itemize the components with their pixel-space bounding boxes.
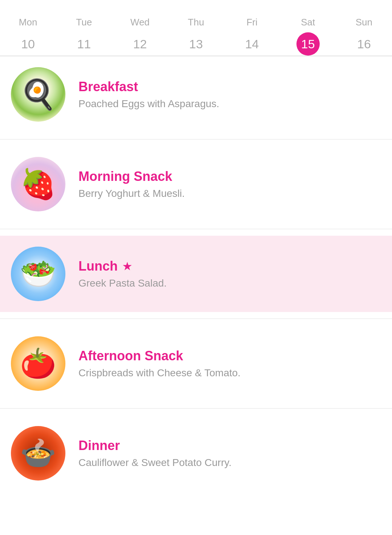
day-name-label: Wed [130, 17, 150, 28]
morning-snack-image [11, 157, 65, 211]
lunch-image [11, 247, 65, 301]
afternoon-snack-image [11, 336, 65, 391]
calendar-day-wed[interactable]: Wed12 [112, 17, 168, 56]
afternoon-snack-title: Afternoon Snack [78, 348, 183, 364]
morning-snack-title: Morning Snack [78, 169, 172, 184]
dinner-title-row: Dinner [78, 438, 231, 453]
meal-item-morning-snack[interactable]: Morning SnackBerry Yoghurt & Muesli. [0, 146, 392, 222]
lunch-info: Lunch★Greek Pasta Salad. [78, 259, 167, 289]
meal-divider [0, 408, 392, 409]
lunch-star-icon: ★ [122, 259, 133, 273]
day-name-label: Tue [76, 17, 92, 28]
dinner-info: DinnerCauliflower & Sweet Potato Curry. [78, 438, 231, 469]
lunch-title: Lunch [78, 259, 118, 274]
dinner-title: Dinner [78, 438, 120, 453]
day-number[interactable]: 11 [72, 32, 96, 56]
breakfast-info: BreakfastPoached Eggs with Asparagus. [78, 79, 219, 110]
afternoon-snack-title-row: Afternoon Snack [78, 348, 241, 364]
calendar-day-sun[interactable]: Sun16 [336, 17, 392, 56]
morning-snack-description: Berry Yoghurt & Muesli. [78, 188, 185, 199]
day-number[interactable]: 15 [296, 32, 320, 56]
lunch-description: Greek Pasta Salad. [78, 277, 167, 289]
morning-snack-title-row: Morning Snack [78, 169, 185, 184]
breakfast-description: Poached Eggs with Asparagus. [78, 98, 219, 110]
meal-divider [0, 319, 392, 319]
day-name-label: Mon [19, 17, 37, 28]
afternoon-snack-description: Crispbreads with Cheese & Tomato. [78, 367, 241, 379]
calendar-day-mon[interactable]: Mon10 [0, 17, 56, 56]
dinner-description: Cauliflower & Sweet Potato Curry. [78, 457, 231, 469]
day-name-label: Sun [356, 17, 372, 28]
breakfast-title: Breakfast [78, 79, 138, 94]
calendar-day-sat[interactable]: Sat15 [280, 17, 336, 56]
day-name-label: Thu [188, 17, 204, 28]
breakfast-title-row: Breakfast [78, 79, 219, 94]
day-number[interactable]: 13 [184, 32, 207, 56]
afternoon-snack-info: Afternoon SnackCrispbreads with Cheese &… [78, 348, 241, 379]
lunch-title-row: Lunch★ [78, 259, 167, 274]
calendar-days-row: Mon10Tue11Wed12Thu13Fri14Sat15Sun16 [0, 13, 392, 56]
meal-divider [0, 229, 392, 229]
dinner-image [11, 426, 65, 481]
morning-snack-info: Morning SnackBerry Yoghurt & Muesli. [78, 169, 185, 199]
calendar-day-fri[interactable]: Fri14 [224, 17, 280, 56]
day-name-label: Fri [246, 17, 257, 28]
calendar-day-thu[interactable]: Thu13 [168, 17, 224, 56]
calendar-day-tue[interactable]: Tue11 [56, 17, 112, 56]
meal-item-breakfast[interactable]: BreakfastPoached Eggs with Asparagus. [0, 56, 392, 133]
day-number[interactable]: 10 [16, 32, 40, 56]
meal-item-dinner[interactable]: DinnerCauliflower & Sweet Potato Curry. [0, 415, 392, 491]
breakfast-image [11, 67, 65, 122]
meal-item-afternoon-snack[interactable]: Afternoon SnackCrispbreads with Cheese &… [0, 325, 392, 402]
week-navigation [0, 0, 392, 13]
day-name-label: Sat [301, 17, 315, 28]
meal-item-lunch[interactable]: Lunch★Greek Pasta Salad. [0, 236, 392, 312]
day-number[interactable]: 16 [352, 32, 376, 56]
day-number[interactable]: 14 [241, 32, 264, 56]
meal-divider [0, 139, 392, 139]
day-number[interactable]: 12 [128, 32, 151, 56]
meals-list: BreakfastPoached Eggs with Asparagus.Mor… [0, 56, 392, 491]
